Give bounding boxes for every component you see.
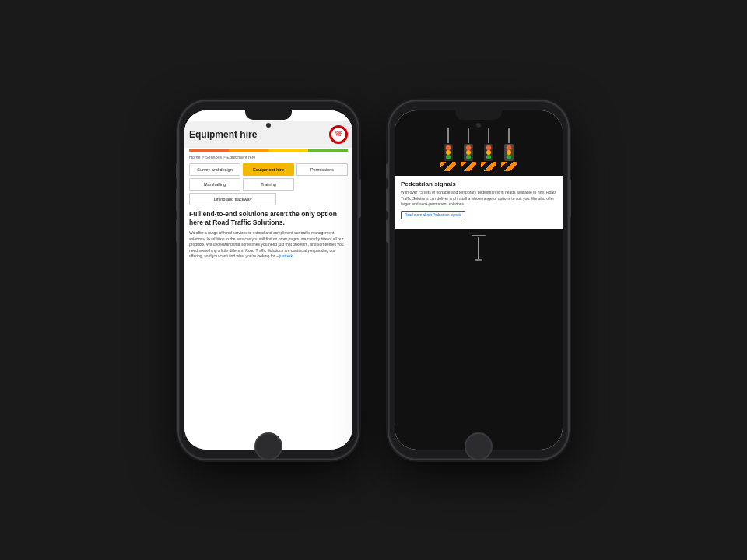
phone-left-screen: Equipment hire ROAD TRA H (184, 110, 352, 450)
signal-unit-1 (440, 128, 456, 171)
color-orange (229, 149, 268, 152)
signal-base-4 (501, 162, 517, 171)
lamp-arm (472, 235, 486, 236)
volume-down-button-right (386, 219, 389, 243)
color-yellow (268, 149, 308, 152)
volume-down-button (176, 219, 179, 243)
nav-row-2: Marshalling Training (184, 178, 352, 191)
screen-left: Equipment hire ROAD TRA H (184, 110, 352, 450)
hero-title: Equipment hire (189, 129, 257, 140)
lamp-pole (478, 237, 479, 259)
signals-section (395, 121, 563, 176)
signal-unit-4 (501, 128, 517, 171)
nav-equipment[interactable]: Equipment hire (243, 163, 294, 176)
signal-unit-2 (461, 128, 476, 171)
nav-row-3: Lifting and trackway (184, 191, 352, 205)
power-button-right (568, 179, 571, 218)
color-green (308, 149, 348, 152)
signal-light-green-1 (446, 155, 451, 159)
mute-button (176, 163, 179, 179)
phone2-content: Pedestrian signals With over 75 sets of … (395, 176, 563, 229)
color-bar (189, 149, 348, 152)
phone1-heading: Full end-to-end solutions aren't the onl… (189, 210, 348, 227)
power-button (358, 179, 361, 218)
phone1-body-copy: We offer a range of hired services to ex… (189, 230, 344, 258)
signal-light-green-4 (507, 155, 511, 159)
nav-survey[interactable]: Survey and design (189, 163, 240, 176)
phone-notch-right (455, 110, 502, 120)
phone-notch (245, 110, 292, 120)
read-more-button[interactable]: Read more about Pedestrian signals (401, 211, 465, 219)
nav-training[interactable]: Training (243, 178, 294, 191)
nav-lifting[interactable]: Lifting and trackway (189, 193, 276, 205)
just-ask-link[interactable]: just ask. (279, 254, 293, 258)
front-camera (266, 123, 271, 128)
front-camera-right (476, 123, 481, 128)
volume-up-button-right (386, 188, 389, 212)
volume-up-button (176, 188, 179, 212)
phones-container: Equipment hire ROAD TRA H (179, 101, 568, 459)
pedestrian-signals-title: Pedestrian signals (401, 180, 556, 187)
lamp-base (475, 259, 482, 261)
home-button-right[interactable] (465, 432, 493, 460)
nav-marshalling[interactable]: Marshalling (189, 178, 240, 191)
screen-right: Pedestrian signals With over 75 sets of … (395, 110, 563, 450)
phone-right-screen: Pedestrian signals With over 75 sets of … (395, 110, 563, 450)
signal-light-green-3 (486, 155, 491, 159)
lamp-post (472, 235, 486, 261)
phone1-body: Full end-to-end solutions aren't the onl… (184, 205, 352, 263)
home-button-left[interactable] (254, 432, 282, 460)
signal-unit-3 (481, 128, 496, 171)
signal-base-3 (481, 162, 496, 171)
phone-left: Equipment hire ROAD TRA H (179, 101, 358, 459)
rts-logo: ROAD TRA (329, 125, 348, 144)
phone2-dark-bottom (395, 229, 563, 268)
signal-base-1 (440, 162, 456, 171)
nav-row-1: Survey and design Equipment hire Permiss… (184, 161, 352, 178)
pedestrian-signals-body: With over 75 sets of portable and tempor… (401, 190, 556, 208)
signal-base-2 (461, 162, 476, 171)
color-red (189, 149, 229, 152)
rts-logo-text: ROAD TRA (335, 132, 342, 137)
signal-light-green-2 (466, 155, 471, 159)
mute-button-right (386, 163, 389, 179)
nav-permissions[interactable]: Permissions (296, 163, 348, 176)
phone-right: Pedestrian signals With over 75 sets of … (389, 101, 568, 459)
breadcrumb: Home > Services > Equipment hire (184, 153, 352, 161)
phone1-body-text: We offer a range of hired services to ex… (189, 230, 348, 260)
